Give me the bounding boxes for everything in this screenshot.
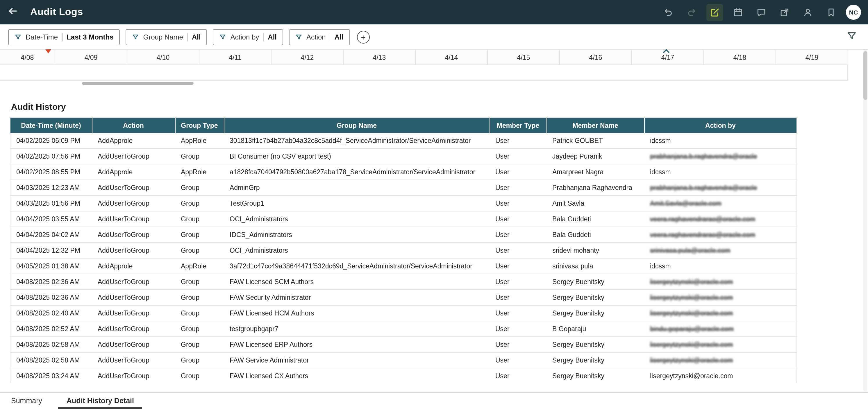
- cell-action-by: lisergeytzynski@oracle.com: [644, 274, 797, 289]
- export-icon[interactable]: [776, 4, 793, 21]
- cell-datetime: 04/02/2025 06:09 PM: [10, 133, 92, 148]
- cell-member-name: Sergey Buenitsky: [547, 289, 644, 305]
- chip-divider: [62, 33, 62, 41]
- filter-chip-action-by[interactable]: Action byAll: [213, 29, 283, 45]
- filter-panel-button[interactable]: [844, 29, 860, 45]
- cell-datetime: 04/04/2025 04:02 AM: [10, 227, 92, 243]
- page-title: Audit Logs: [30, 6, 83, 18]
- cell-member-type: User: [490, 368, 547, 383]
- table-row: 04/02/2025 06:09 PMAddApproleAppRole3018…: [10, 133, 797, 148]
- table-row: 04/08/2025 02:36 AMAddUserToGroupGroupFA…: [10, 274, 797, 289]
- filter-chip-value: All: [335, 33, 344, 41]
- cell-member-type: User: [490, 211, 547, 227]
- cell-group-type: AppRole: [175, 258, 224, 274]
- table-row: 04/04/2025 03:55 AMAddUserToGroupGroupOC…: [10, 211, 797, 227]
- filter-chip-value: Last 3 Months: [67, 33, 113, 41]
- tab-audit-history-detail[interactable]: Audit History Detail: [63, 393, 137, 409]
- back-button[interactable]: [0, 0, 26, 24]
- cell-group-type: Group: [175, 196, 224, 211]
- chip-divider: [263, 33, 264, 41]
- cell-action: AddUserToGroup: [92, 243, 175, 258]
- cell-datetime: 04/03/2025 01:56 PM: [10, 196, 92, 211]
- funnel-icon: [846, 31, 857, 43]
- cell-group-type: Group: [175, 180, 224, 196]
- filter-chip-label: Date-Time: [26, 33, 58, 41]
- cell-datetime: 04/02/2025 07:56 PM: [10, 148, 92, 164]
- chip-funnel-icon: [295, 33, 302, 40]
- filter-chip-action[interactable]: ActionAll: [289, 29, 350, 45]
- timeline-track[interactable]: [0, 65, 848, 81]
- schedule-icon[interactable]: [730, 4, 746, 21]
- chip-funnel-icon: [219, 33, 226, 40]
- cell-action: AddApprole: [92, 164, 175, 180]
- cell-group-type: Group: [175, 211, 224, 227]
- table-row: 04/03/2025 01:56 PMAddUserToGroupGroupTe…: [10, 196, 797, 211]
- cell-member-type: User: [490, 243, 547, 258]
- cell-group-name: a1828fca70404792b50800a627aba178_Service…: [224, 164, 490, 180]
- cell-action: AddApprole: [92, 258, 175, 274]
- timeline-date: 4/13: [344, 50, 416, 65]
- cell-group-name: 301813ff1c7b4b27ab04a32c8c5add4f_Service…: [224, 133, 490, 148]
- cell-group-type: AppRole: [175, 164, 224, 180]
- column-header-group-name: Group Name: [224, 118, 490, 133]
- back-arrow-icon: [7, 6, 18, 19]
- cell-group-name: AdminGrp: [224, 180, 490, 196]
- cell-group-name: OCI_Administrators: [224, 243, 490, 258]
- cell-member-name: Sergey Buenitsky: [547, 274, 644, 289]
- cell-datetime: 04/08/2025 02:36 AM: [10, 289, 92, 305]
- cell-action-by: veera.raghavendrarao@oracle.com: [644, 227, 797, 243]
- vertical-scrollbar: [863, 50, 867, 391]
- avatar[interactable]: NC: [846, 5, 861, 20]
- table-row: 04/04/2025 12:32 PMAddUserToGroupGroupOC…: [10, 243, 797, 258]
- cell-action-by: lisergeytzynski@oracle.com: [644, 305, 797, 321]
- cell-group-name: FAW Licensed HCM Authors: [224, 305, 490, 321]
- redo-icon[interactable]: [683, 4, 700, 21]
- cell-action: AddUserToGroup: [92, 196, 175, 211]
- cell-action: AddUserToGroup: [92, 180, 175, 196]
- edit-icon[interactable]: [706, 4, 723, 21]
- top-bar-actions: NC: [660, 4, 868, 21]
- cell-action: AddUserToGroup: [92, 305, 175, 321]
- cell-action: AddUserToGroup: [92, 289, 175, 305]
- chip-divider: [330, 33, 331, 41]
- audit-table-wrap: Date-Time (Minute)ActionGroup TypeGroup …: [10, 117, 797, 383]
- chip-funnel-icon: [132, 33, 139, 40]
- cell-group-type: Group: [175, 352, 224, 368]
- timeline-date: 4/14: [416, 50, 488, 65]
- cell-member-type: User: [490, 133, 547, 148]
- cell-action: AddUserToGroup: [92, 148, 175, 164]
- table-row: 04/03/2025 12:23 AMAddUserToGroupGroupAd…: [10, 180, 797, 196]
- cell-action-by: idcssm: [644, 258, 797, 274]
- cell-group-type: Group: [175, 321, 224, 337]
- cell-member-name: Sergey Buenitsky: [547, 305, 644, 321]
- cell-group-name: testgroupbgapr7: [224, 321, 490, 337]
- cell-datetime: 04/08/2025 02:58 AM: [10, 352, 92, 368]
- add-filter-button[interactable]: +: [357, 31, 369, 43]
- cell-action-by: Amit.Savla@oracle.com: [644, 196, 797, 211]
- timeline-caret-icon: [663, 48, 669, 54]
- cell-datetime: 04/03/2025 12:23 AM: [10, 180, 92, 196]
- cell-group-type: Group: [175, 227, 224, 243]
- vertical-scrollbar-thumb[interactable]: [863, 51, 867, 100]
- filter-chip-group-name[interactable]: Group NameAll: [126, 29, 207, 45]
- cell-datetime: 04/08/2025 02:40 AM: [10, 305, 92, 321]
- cell-group-type: Group: [175, 148, 224, 164]
- comment-icon[interactable]: [753, 4, 770, 21]
- filter-chip-date-time[interactable]: Date-TimeLast 3 Months: [8, 29, 120, 45]
- cell-datetime: 04/04/2025 03:55 AM: [10, 211, 92, 227]
- cell-group-name: BI Consumer (no CSV export test): [224, 148, 490, 164]
- user-icon[interactable]: [799, 4, 816, 21]
- tab-summary[interactable]: Summary: [7, 393, 45, 409]
- cell-member-type: User: [490, 148, 547, 164]
- undo-icon[interactable]: [660, 4, 677, 21]
- cell-datetime: 04/02/2025 08:55 PM: [10, 164, 92, 180]
- timeline-start-marker-icon: [45, 49, 51, 54]
- bookmark-icon[interactable]: [823, 4, 839, 21]
- filter-chip-value: All: [268, 33, 277, 41]
- cell-group-type: Group: [175, 305, 224, 321]
- top-bar: Audit Logs: [0, 0, 868, 24]
- section-title: Audit History: [11, 102, 868, 111]
- filter-chip-value: All: [192, 33, 201, 41]
- cell-datetime: 04/05/2025 01:38 AM: [10, 258, 92, 274]
- timeline-scrollbar-thumb[interactable]: [82, 82, 194, 85]
